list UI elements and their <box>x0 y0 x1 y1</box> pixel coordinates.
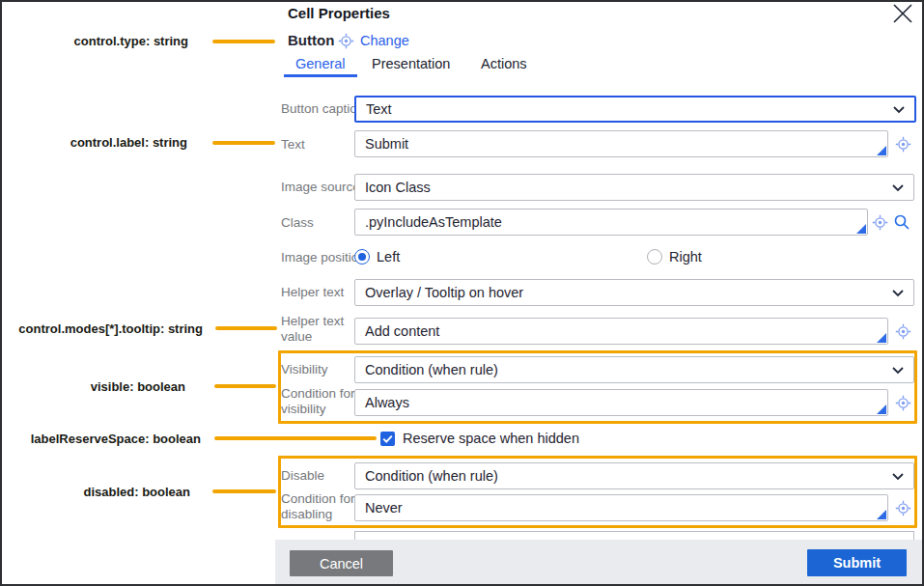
annotation-line <box>214 436 377 440</box>
expression-corner-icon <box>877 510 886 519</box>
annotation-line <box>215 326 277 330</box>
visibility-select[interactable]: Condition (when rule) <box>354 356 914 383</box>
close-icon[interactable] <box>890 3 915 26</box>
annotation-control-label: control.label: string <box>2 135 187 150</box>
image-position-radio-left[interactable] <box>354 249 370 265</box>
annotation-label-reserve-space: labelReserveSpace: boolean <box>2 432 201 446</box>
image-position-left-label[interactable]: Left <box>377 249 400 265</box>
annotation-line <box>212 489 276 493</box>
text-value: Submit <box>365 136 408 152</box>
target-crosshair-icon[interactable] <box>895 395 911 411</box>
condition-for-visibility-input[interactable]: Always <box>354 389 888 416</box>
helper-text-value-value: Add content <box>365 323 439 339</box>
class-input[interactable]: .pyIncludeAsTemplate <box>354 209 868 236</box>
target-crosshair-icon[interactable] <box>872 214 888 231</box>
chevron-down-icon <box>892 468 904 484</box>
class-value: .pyIncludeAsTemplate <box>365 214 502 230</box>
expression-corner-icon <box>856 224 866 234</box>
expression-corner-icon <box>877 146 886 155</box>
screenshot-root: control.type: string control.label: stri… <box>0 0 924 586</box>
image-source-select[interactable]: Icon Class <box>354 174 914 201</box>
disable-label: Disable <box>281 468 324 483</box>
active-tab-underline <box>284 74 357 77</box>
annotation-line <box>212 40 275 43</box>
image-position-right-label[interactable]: Right <box>669 249 702 265</box>
button-caption-value: Text <box>366 101 392 117</box>
helper-text-select[interactable]: Overlay / Tooltip on hover <box>354 279 914 306</box>
tab-actions[interactable]: Actions <box>481 56 527 71</box>
button-caption-label: Button caption <box>281 101 364 116</box>
chevron-down-icon <box>892 180 904 195</box>
annotation-control-tooltip: control.modes[*].tooltip: string <box>2 321 203 336</box>
text-label: Text <box>281 137 305 152</box>
helper-text-value-input[interactable]: Add content <box>354 318 888 345</box>
class-label: Class <box>281 215 314 230</box>
image-source-value: Icon Class <box>365 180 431 195</box>
annotation-visible: visible: boolean <box>2 379 185 394</box>
annotation-disabled: disabled: boolean <box>2 485 190 499</box>
helper-text-value-label: Helper text value <box>281 314 360 345</box>
dialog-title: Cell Properties <box>288 5 390 21</box>
tab-general[interactable]: General <box>295 56 346 71</box>
submit-button[interactable]: Submit <box>807 549 907 576</box>
helper-text-value: Overlay / Tooltip on hover <box>365 285 523 300</box>
cancel-button[interactable]: Cancel <box>290 550 393 576</box>
disable-value: Condition (when rule) <box>365 468 498 484</box>
change-link[interactable]: Change <box>360 33 409 48</box>
target-crosshair-icon[interactable] <box>895 500 911 516</box>
chevron-down-icon <box>892 285 904 300</box>
condition-for-disabling-value: Never <box>365 500 403 516</box>
annotation-control-type: control.type: string <box>2 34 188 48</box>
image-position-label: Image position <box>281 250 366 265</box>
button-caption-select[interactable]: Text <box>354 96 916 123</box>
image-position-radio-right[interactable] <box>647 249 662 265</box>
expression-corner-icon <box>877 405 886 414</box>
condition-for-disabling-input[interactable]: Never <box>354 494 888 521</box>
annotation-line <box>212 141 275 145</box>
image-source-label: Image source <box>281 180 360 194</box>
text-input[interactable]: Submit <box>354 130 888 157</box>
visibility-value: Condition (when rule) <box>365 362 498 377</box>
reserve-space-checkbox[interactable] <box>380 432 395 446</box>
target-crosshair-icon[interactable] <box>895 323 911 340</box>
control-type-heading: Button <box>288 32 334 48</box>
disable-select[interactable]: Condition (when rule) <box>354 462 914 489</box>
condition-for-disabling-label: Condition for disabling <box>281 491 360 522</box>
annotation-line <box>214 384 276 388</box>
condition-for-visibility-value: Always <box>365 395 409 410</box>
chevron-down-icon <box>893 101 905 117</box>
helper-text-label: Helper text <box>281 285 344 299</box>
dialog-footer: Cancel Submit <box>275 540 924 584</box>
target-crosshair-icon[interactable] <box>338 33 354 49</box>
condition-for-visibility-label: Condition for visibility <box>281 386 360 417</box>
target-crosshair-icon[interactable] <box>895 136 911 153</box>
reserve-space-label[interactable]: Reserve space when hidden <box>403 431 579 446</box>
search-icon[interactable] <box>893 213 910 230</box>
expression-corner-icon <box>877 333 886 343</box>
visibility-label: Visibility <box>281 362 328 377</box>
chevron-down-icon <box>892 362 904 377</box>
tab-presentation[interactable]: Presentation <box>372 56 450 71</box>
